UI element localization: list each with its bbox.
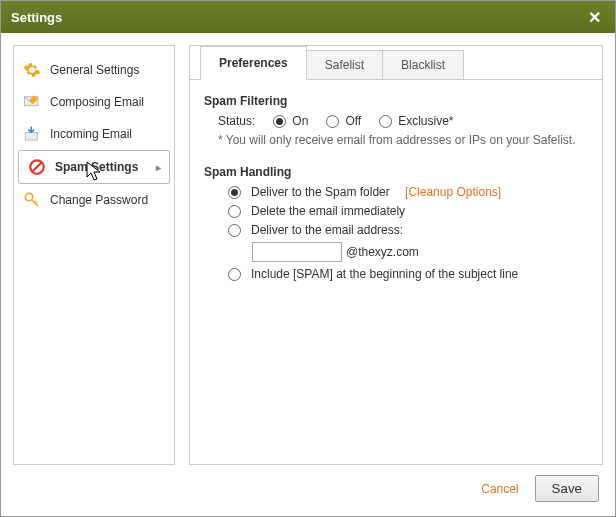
spam-handling-title: Spam Handling <box>204 165 588 179</box>
status-row: Status: On Off Exclusive* <box>204 114 588 128</box>
tab-preferences[interactable]: Preferences <box>200 46 307 80</box>
radio-deliver-address[interactable] <box>228 224 241 237</box>
sidebar-item-label: Incoming Email <box>50 127 153 141</box>
titlebar: Settings ✕ <box>1 1 615 33</box>
cancel-button[interactable]: Cancel <box>475 481 524 497</box>
sidebar-item-label: Change Password <box>50 193 153 207</box>
cleanup-options-link[interactable]: [Cleanup Options] <box>405 185 501 199</box>
deliver-address-label: Deliver to the email address: <box>251 223 403 237</box>
gear-icon <box>22 60 42 80</box>
email-domain-label: @thexyz.com <box>346 245 419 259</box>
radio-include-spam-tag[interactable] <box>228 268 241 281</box>
forward-email-input[interactable] <box>252 242 342 262</box>
close-icon[interactable]: ✕ <box>584 8 605 27</box>
radio-status-exclusive[interactable] <box>379 115 392 128</box>
tab-blacklist[interactable]: Blacklist <box>382 50 464 79</box>
key-icon <box>22 190 42 210</box>
sidebar-item-incoming[interactable]: Incoming Email ▸ <box>14 118 174 150</box>
status-on-label: On <box>292 114 308 128</box>
status-off-label: Off <box>345 114 361 128</box>
dialog-footer: Cancel Save <box>13 465 603 504</box>
delete-immediately-label: Delete the email immediately <box>251 204 405 218</box>
sidebar-item-label: General Settings <box>50 63 153 77</box>
spam-handling-group: Deliver to the Spam folder [Cleanup Opti… <box>204 185 588 281</box>
status-label: Status: <box>218 114 255 128</box>
radio-delete-immediately[interactable] <box>228 205 241 218</box>
status-exclusive-label: Exclusive* <box>398 114 453 128</box>
dialog-body: General Settings ▸ Composing Email ▸ Inc… <box>1 33 615 516</box>
tab-safelist[interactable]: Safelist <box>306 50 383 79</box>
spam-block-icon <box>27 157 47 177</box>
radio-status-off[interactable] <box>326 115 339 128</box>
sidebar-item-composing[interactable]: Composing Email ▸ <box>14 86 174 118</box>
deliver-spam-folder-label: Deliver to the Spam folder <box>251 185 390 199</box>
settings-main-panel: Preferences Safelist Blacklist Spam Filt… <box>189 45 603 465</box>
sidebar-item-label: Spam Settings <box>55 160 148 174</box>
chevron-right-icon: ▸ <box>156 162 161 173</box>
include-spam-tag-label: Include [SPAM] at the beginning of the s… <box>251 267 518 281</box>
sidebar-item-label: Composing Email <box>50 95 153 109</box>
window-title: Settings <box>11 10 62 25</box>
sidebar-item-password[interactable]: Change Password ▸ <box>14 184 174 216</box>
settings-dialog: Settings ✕ General Settings ▸ Composing … <box>0 0 616 517</box>
sidebar-item-spam[interactable]: Spam Settings ▸ <box>18 150 170 184</box>
svg-line-3 <box>33 163 42 172</box>
svg-rect-1 <box>25 133 37 141</box>
compose-icon <box>22 92 42 112</box>
exclusive-note: * You will only receive email from addre… <box>204 133 588 147</box>
save-button[interactable]: Save <box>535 475 599 502</box>
radio-status-on[interactable] <box>273 115 286 128</box>
radio-deliver-spam-folder[interactable] <box>228 186 241 199</box>
tabs-bar: Preferences Safelist Blacklist <box>190 46 602 80</box>
sidebar-item-general[interactable]: General Settings ▸ <box>14 54 174 86</box>
content-area: General Settings ▸ Composing Email ▸ Inc… <box>13 45 603 465</box>
incoming-icon <box>22 124 42 144</box>
settings-sidebar: General Settings ▸ Composing Email ▸ Inc… <box>13 45 175 465</box>
spam-filtering-title: Spam Filtering <box>204 94 588 108</box>
